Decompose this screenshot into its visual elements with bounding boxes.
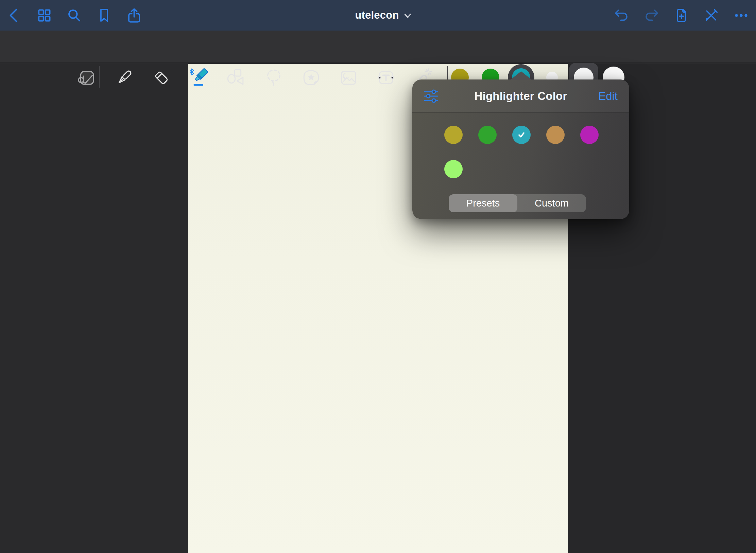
document-mode-icon [76,68,96,87]
document-title-button[interactable]: utelecon [355,0,412,31]
eraser-icon [152,68,171,87]
app-screen: utelecon [0,0,756,553]
lasso-icon [264,68,284,87]
photo-tool[interactable] [338,67,359,88]
pen-icon [115,68,134,87]
highlighter-icon [189,68,209,87]
pen-mode-toggle-button[interactable] [700,4,722,26]
shapes-tool[interactable] [225,67,246,88]
document-mode-tool[interactable] [75,67,97,88]
bookmark-icon [96,7,112,23]
highlighter-color-popover: Highlighter Color Edit Presets Custom [412,79,629,219]
share-button[interactable] [123,4,145,26]
checkmark-icon [517,130,526,140]
top-navigation-bar: utelecon [0,0,756,31]
undo-button[interactable] [611,4,632,26]
page-thumbnails-button[interactable] [33,4,55,26]
magenta-preset-dot [580,126,599,144]
eraser-tool[interactable] [151,67,172,88]
nav-left-group [3,0,145,31]
ellipsis-icon [733,7,749,23]
olive-preset-dot [444,126,463,144]
back-button[interactable] [3,4,25,26]
preset-swatch-tan[interactable] [546,126,565,144]
chevron-down-icon [404,13,412,19]
search-icon [66,7,82,23]
tab-presets[interactable]: Presets [449,194,517,212]
share-icon [126,7,142,23]
crossed-pencil-icon [703,7,719,23]
light-green-preset-dot [444,160,463,178]
toolbar-divider [99,66,100,88]
thumbnails-grid-icon [36,7,52,23]
presets-custom-segmented-control: Presets Custom [449,194,586,212]
bookmark-button[interactable] [93,4,115,26]
redo-icon [643,7,659,23]
preset-swatch-teal-selected[interactable] [512,126,531,144]
green-preset-dot [478,126,497,144]
text-icon [376,68,396,87]
nav-right-group [611,0,752,31]
photo-icon [339,68,358,87]
undo-icon [614,7,630,23]
popover-header: Highlighter Color Edit [412,79,629,113]
add-page-icon [673,7,689,23]
document-title: utelecon [355,9,399,21]
shapes-icon [226,68,245,87]
preset-swatch-magenta[interactable] [580,126,599,144]
preset-swatch-light-green[interactable] [444,160,463,178]
preset-swatch-olive[interactable] [444,126,463,144]
tan-preset-dot [546,126,565,144]
back-chevron-icon [6,7,22,23]
sticker-icon [302,68,321,87]
redo-button[interactable] [640,4,662,26]
text-tool[interactable] [375,67,397,88]
tool-bar [0,31,756,63]
highlighter-tool[interactable] [188,67,210,88]
search-button[interactable] [63,4,85,26]
lasso-tool[interactable] [263,67,285,88]
more-button[interactable] [730,4,752,26]
pen-tool[interactable] [113,67,135,88]
sticker-tool[interactable] [300,67,322,88]
popover-title: Highlighter Color [412,90,629,103]
preset-swatch-green[interactable] [478,126,497,144]
edit-button[interactable]: Edit [598,90,618,103]
add-page-button[interactable] [670,4,692,26]
tab-custom[interactable]: Custom [517,194,586,212]
